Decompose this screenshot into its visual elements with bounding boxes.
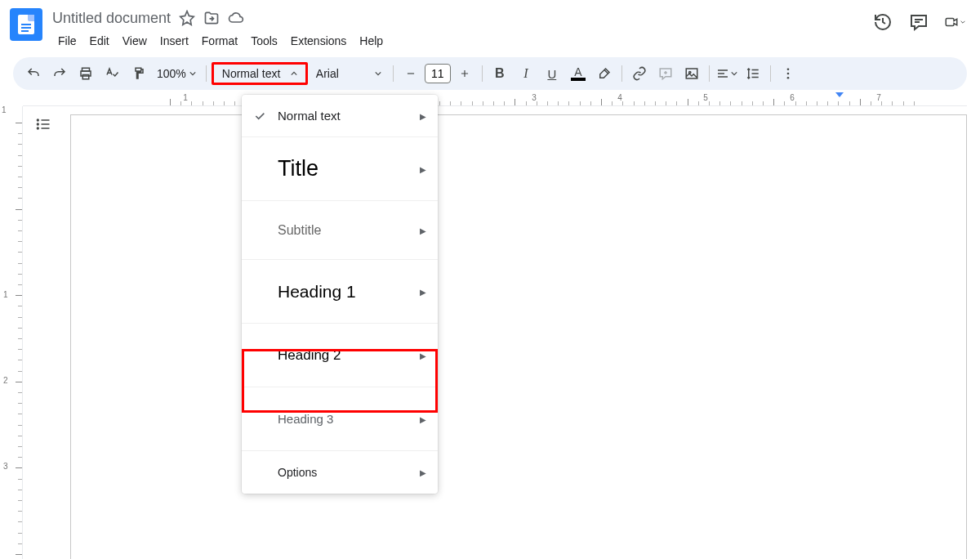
ruler-label: 4 <box>617 93 622 102</box>
ruler-label: 1 <box>183 93 188 102</box>
style-option-heading-3[interactable]: Heading 3 ▶ <box>242 387 438 451</box>
print-button[interactable] <box>74 61 98 86</box>
submenu-arrow-icon: ▶ <box>420 414 426 423</box>
svg-point-6 <box>786 73 789 75</box>
history-icon[interactable] <box>872 11 893 33</box>
style-option-normal-text[interactable]: Normal text ▶ <box>242 95 438 137</box>
submenu-arrow-icon: ▶ <box>420 226 426 235</box>
submenu-arrow-icon: ▶ <box>420 164 426 173</box>
font-size-input[interactable] <box>425 64 451 83</box>
comments-icon[interactable] <box>908 11 929 33</box>
add-comment-button[interactable] <box>653 61 678 86</box>
paragraph-styles-menu: Normal text ▶ Title ▶ Subtitle ▶ Heading… <box>242 95 438 494</box>
right-indent-marker[interactable] <box>835 92 844 97</box>
increase-font-size-button[interactable] <box>452 61 477 86</box>
style-option-heading-1[interactable]: Heading 1 ▶ <box>242 260 438 324</box>
docs-logo[interactable] <box>10 8 42 41</box>
svg-point-8 <box>38 119 39 121</box>
paint-format-button[interactable] <box>126 61 150 86</box>
more-button[interactable] <box>776 61 800 86</box>
cloud-status-icon[interactable] <box>228 10 244 26</box>
menu-help[interactable]: Help <box>354 31 389 51</box>
ruler-label: 2 <box>3 376 8 385</box>
menu-insert[interactable]: Insert <box>154 31 194 51</box>
menu-extensions[interactable]: Extensions <box>285 31 352 51</box>
toolbar: 100% Normal text Arial B I U A <box>13 57 967 90</box>
insert-link-button[interactable] <box>627 61 652 86</box>
insert-image-button[interactable] <box>679 61 704 86</box>
zoom-dropdown[interactable]: 100% <box>152 67 201 80</box>
undo-button[interactable] <box>21 61 46 86</box>
submenu-arrow-icon: ▶ <box>420 468 426 477</box>
underline-button[interactable]: U <box>540 61 564 86</box>
horizontal-ruler[interactable]: 1 3 4 5 6 7 <box>23 93 967 106</box>
submenu-arrow-icon: ▶ <box>420 287 426 296</box>
text-color-button[interactable]: A <box>566 61 590 86</box>
menu-tools[interactable]: Tools <box>245 31 283 51</box>
submenu-arrow-icon: ▶ <box>420 351 426 360</box>
submenu-arrow-icon: ▶ <box>420 111 426 120</box>
document-title[interactable]: Untitled document <box>52 10 171 27</box>
ruler-label: 3 <box>3 462 8 471</box>
vertical-ruler[interactable]: 1 1 2 3 <box>0 106 23 559</box>
style-option-heading-2[interactable]: Heading 2 ▶ <box>242 324 438 387</box>
document-outline-icon[interactable] <box>33 114 53 134</box>
line-spacing-button[interactable] <box>741 61 765 86</box>
menu-edit[interactable]: Edit <box>84 31 115 51</box>
decrease-font-size-button[interactable] <box>399 61 423 86</box>
highlight-color-button[interactable] <box>592 61 617 86</box>
svg-point-9 <box>38 123 39 125</box>
style-option-options[interactable]: Options ▶ <box>242 451 438 494</box>
app-header: Untitled document File Edit View Insert … <box>0 0 980 52</box>
ruler-label: 1 <box>3 290 8 299</box>
move-icon[interactable] <box>203 10 220 26</box>
svg-point-10 <box>38 127 39 129</box>
checkmark-icon <box>253 110 266 123</box>
meet-icon[interactable] <box>944 11 965 33</box>
ruler-label: 6 <box>790 93 795 102</box>
menu-view[interactable]: View <box>117 31 153 51</box>
svg-point-7 <box>786 77 789 79</box>
menu-file[interactable]: File <box>52 31 82 51</box>
align-dropdown[interactable] <box>715 61 739 86</box>
menu-format[interactable]: Format <box>196 31 243 51</box>
svg-point-5 <box>786 68 789 70</box>
bold-button[interactable]: B <box>488 61 512 86</box>
ruler-label: 7 <box>876 93 881 102</box>
paragraph-styles-dropdown[interactable]: Normal text <box>212 62 308 85</box>
style-option-title[interactable]: Title ▶ <box>242 137 438 201</box>
style-option-subtitle[interactable]: Subtitle ▶ <box>242 201 438 260</box>
redo-button[interactable] <box>47 61 72 86</box>
ruler-label: 1 <box>2 105 7 114</box>
italic-button[interactable]: I <box>514 61 538 86</box>
font-dropdown[interactable]: Arial <box>310 62 388 85</box>
ruler-label: 5 <box>703 93 708 102</box>
spellcheck-button[interactable] <box>100 61 124 86</box>
document-page[interactable]: s <box>70 114 967 559</box>
star-icon[interactable] <box>179 10 195 26</box>
menubar: File Edit View Insert Format Tools Exten… <box>52 31 872 51</box>
